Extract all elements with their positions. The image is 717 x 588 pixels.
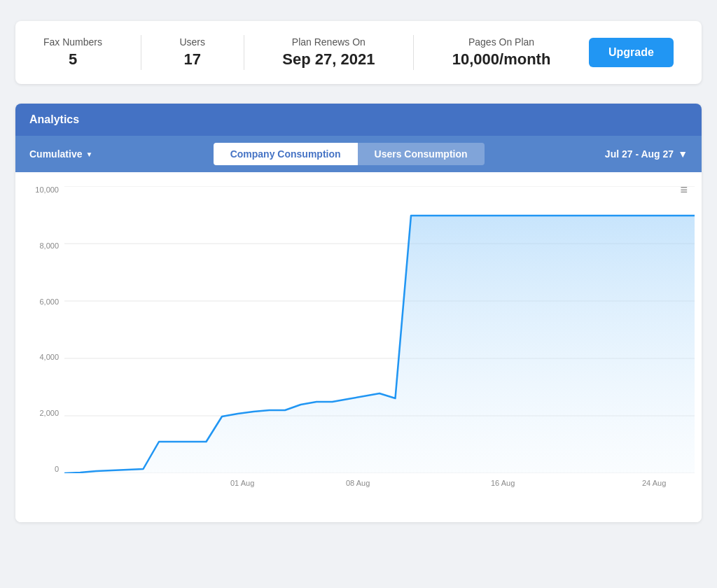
stats-card: Fax Numbers 5 Users 17 Plan Renews On Se… <box>15 21 702 84</box>
pages-on-plan-value: 10,000/month <box>452 50 551 69</box>
cumulative-arrow-icon: ▼ <box>85 150 92 158</box>
analytics-title: Analytics <box>29 113 79 125</box>
tab-group: Company Consumption Users Consumption <box>214 143 485 165</box>
plan-renews-stat: Plan Renews On Sep 27, 2021 <box>282 36 375 69</box>
divider-2 <box>244 35 244 70</box>
pages-on-plan-label: Pages On Plan <box>468 36 534 48</box>
chart-svg-wrapper <box>64 186 695 473</box>
plan-renews-value: Sep 27, 2021 <box>282 50 375 69</box>
y-label-6000: 6,000 <box>22 298 64 306</box>
chart-area: ≡ 0 2,000 4,000 6,000 8,000 10,000 <box>15 172 702 522</box>
analytics-card: Analytics Cumulative ▼ Company Consumpti… <box>15 104 702 522</box>
date-range-button[interactable]: Jul 27 - Aug 27 ▼ <box>605 148 688 160</box>
y-label-8000: 8,000 <box>22 242 64 250</box>
x-label-aug16: 16 Aug <box>491 479 515 487</box>
date-range-arrow-icon: ▼ <box>678 148 688 160</box>
analytics-toolbar: Cumulative ▼ Company Consumption Users C… <box>15 136 702 172</box>
upgrade-button[interactable]: Upgrade <box>589 38 674 67</box>
y-label-4000: 4,000 <box>22 354 64 361</box>
cumulative-button[interactable]: Cumulative ▼ <box>29 148 92 160</box>
users-value: 17 <box>183 50 200 69</box>
divider-3 <box>413 35 414 70</box>
y-label-10000: 10,000 <box>22 186 64 194</box>
x-label-aug08: 08 Aug <box>346 479 370 487</box>
users-stat: Users 17 <box>179 36 205 69</box>
y-label-2000: 2,000 <box>22 410 64 417</box>
y-axis: 0 2,000 4,000 6,000 8,000 10,000 <box>22 186 64 473</box>
cumulative-label: Cumulative <box>29 148 82 160</box>
fax-numbers-label: Fax Numbers <box>43 36 102 48</box>
chart-container: 0 2,000 4,000 6,000 8,000 10,000 <box>22 186 695 501</box>
analytics-header: Analytics <box>15 104 702 136</box>
x-label-aug24: 24 Aug <box>642 479 666 487</box>
fax-numbers-value: 5 <box>69 50 77 69</box>
date-range-label: Jul 27 - Aug 27 <box>605 148 674 160</box>
tab-users-consumption[interactable]: Users Consumption <box>358 143 485 165</box>
x-label-aug01: 01 Aug <box>230 479 254 487</box>
users-label: Users <box>179 36 205 48</box>
x-axis: 01 Aug 08 Aug 16 Aug 24 Aug <box>64 473 695 501</box>
fax-numbers-stat: Fax Numbers 5 <box>43 36 102 69</box>
divider-1 <box>141 35 141 70</box>
tab-company-consumption[interactable]: Company Consumption <box>214 143 358 165</box>
y-label-0: 0 <box>22 465 64 473</box>
svg-marker-6 <box>64 216 695 473</box>
chart-svg <box>64 186 695 473</box>
plan-renews-label: Plan Renews On <box>292 36 366 48</box>
pages-on-plan-stat: Pages On Plan 10,000/month <box>452 36 551 69</box>
